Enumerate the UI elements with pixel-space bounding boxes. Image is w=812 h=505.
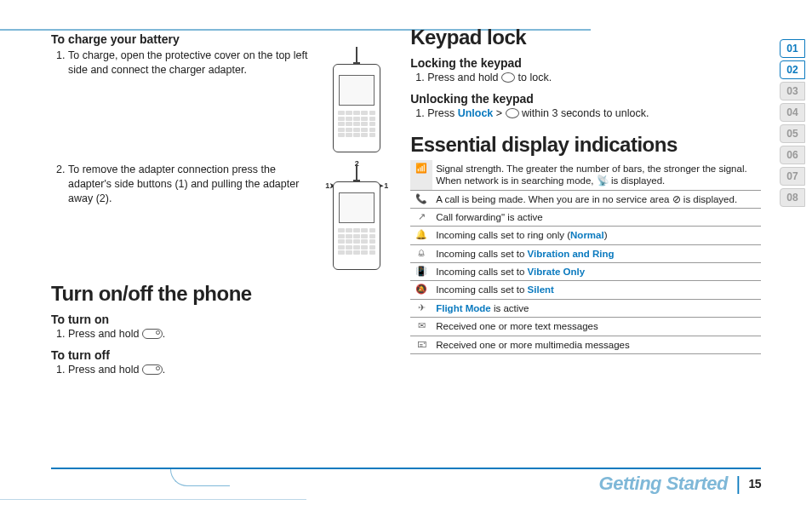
lock-key-icon [501,72,515,83]
row4a-text: Incoming calls set to ring only ( [436,230,570,240]
charge-heading: To charge your battery [51,32,385,46]
lock-step-b: to lock. [515,72,552,83]
power-key-icon [142,329,163,339]
left-column: To charge your battery To charge, open t… [51,26,385,479]
lock-step-a: Press and hold [427,72,501,83]
no-service-icon: ⊘ [672,194,681,204]
unlock-key-icon [506,108,519,118]
footer-divider: | [736,473,741,494]
row5a-text: Incoming calls set to [436,249,527,259]
table-row: 🔔Incoming calls set to ring only (Normal… [410,227,761,244]
period: . [163,328,165,340]
charge-step2-row: To remove the adapter connection press t… [51,161,385,270]
row4-link: Normal [570,230,604,240]
unlock-link: Unlock [458,107,494,119]
charge-step1-text: To charge, open the protective cover on … [68,49,322,77]
charge-step1-row: To charge, open the protective cover on … [51,47,385,152]
lock-step: Press and hold to lock. [427,71,761,85]
phone-illustration-2: 2 1➤ ➤1 [329,161,385,270]
unlock-heading: Unlocking the keypad [410,92,761,106]
row8b-text: is active [491,303,529,313]
envelope-icon: ✉ [410,318,432,336]
page-number: 15 [748,477,761,491]
table-row: ↗Call forwarding" is active [410,208,761,226]
tab-04[interactable]: 04 [780,103,805,122]
table-row: 📶Signal strength. The greater the number… [410,160,761,190]
row7a-text: Incoming calls set to [436,284,527,295]
row3-text: Call forwarding" is active [432,208,761,226]
right-column: Keypad lock Locking the keypad Press and… [410,26,761,479]
phone-illustration-1 [329,47,385,152]
table-row: ✉Received one or more text messages [410,318,761,336]
table-row: 🔕Incoming calls set to Silent [410,281,761,299]
page-content: To charge your battery To charge, open t… [51,26,761,479]
row1b-text: is displayed. [609,175,665,186]
tab-05[interactable]: 05 [780,124,805,143]
turn-on-heading: To turn on [51,313,385,326]
row6-link: Vibrate Only [528,267,586,277]
tab-02[interactable]: 02 [780,60,805,79]
keypad-heading: Keypad lock [410,26,761,49]
forward-icon: ↗ [410,208,432,226]
row4b-text: ) [604,230,608,240]
vibring-icon: 🕭 [410,244,432,262]
row1-text: Signal strength. The greater the number … [436,164,746,186]
call-icon: 📞 [410,190,432,208]
row5-link: Vibration and Ring [528,249,615,259]
ring-icon: 🔔 [410,227,432,244]
row2a-text: A call is being made. When you are in no… [436,194,672,204]
turn-off-step-text: Press and hold [68,364,142,376]
ess-heading: Essential display indications [410,133,761,157]
power-key-icon [142,364,163,375]
table-row: 🕭Incoming calls set to Vibration and Rin… [410,244,761,262]
table-row: 📞A call is being made. When you are in n… [410,190,761,208]
tab-01[interactable]: 01 [780,39,805,58]
vibrate-icon: 📳 [410,263,432,281]
table-row: ✈Flight Mode is active [410,299,761,317]
row8-link: Flight Mode [436,303,491,313]
signal-search-icon: 📡 [597,175,609,186]
turn-off-heading: To turn off [51,348,385,362]
chapter-tabs: 01 02 03 04 05 06 07 08 [780,39,805,207]
row6a-text: Incoming calls set to [436,267,527,277]
section-title: Getting Started [599,473,728,494]
period: . [163,364,165,376]
cable-icon [352,164,361,181]
unlock-step-a: Press [427,107,457,119]
row10-text: Received one or more multimedia messages [432,336,761,353]
row9-text: Received one or more text messages [432,318,761,336]
row2b-text: is displayed. [681,194,737,204]
silent-icon: 🔕 [410,281,432,299]
tab-03[interactable]: 03 [780,82,805,100]
tab-07[interactable]: 07 [780,167,805,186]
flight-icon: ✈ [410,299,432,317]
unlock-step-c: within 3 seconds to unlock. [519,107,649,119]
signal-icon: 📶 [410,160,432,190]
indicators-table: 📶Signal strength. The greater the number… [410,160,761,354]
page-footer: Getting Started | 15 [51,468,761,495]
unlock-step-b: > [493,107,505,119]
lock-heading: Locking the keypad [410,56,761,70]
cable-icon [352,47,361,64]
turn-heading: Turn on/off the phone [51,282,385,306]
tab-06[interactable]: 06 [780,146,805,164]
turn-off-step: Press and hold . [68,363,385,377]
tab-08[interactable]: 08 [780,188,805,207]
row7-link: Silent [528,284,554,295]
mms-icon: 🖃 [410,336,432,353]
turn-on-step-text: Press and hold [68,328,142,340]
turn-on-step: Press and hold . [68,327,385,341]
table-row: 📳Incoming calls set to Vibrate Only [410,263,761,281]
unlock-step: Press Unlock > within 3 seconds to unloc… [427,106,761,121]
charge-step2-text: To remove the adapter connection press t… [68,163,322,206]
table-row: 🖃Received one or more multimedia message… [410,336,761,353]
